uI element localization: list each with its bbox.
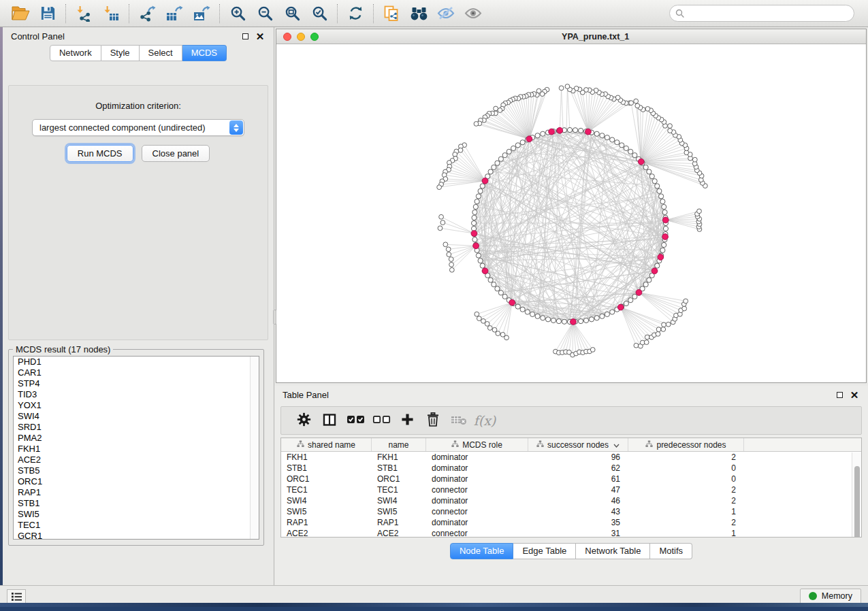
network-graph[interactable]	[276, 45, 863, 382]
splitter-handle[interactable]	[273, 310, 276, 325]
zoom-fit-button[interactable]	[278, 3, 306, 24]
table-close-button[interactable]: ✕	[849, 389, 860, 400]
import-network-icon	[76, 5, 93, 22]
column-header-shared-name[interactable]: shared name	[281, 438, 372, 451]
duplicate-network-button[interactable]	[378, 3, 405, 24]
result-item[interactable]: RAP1	[14, 487, 259, 498]
mcds-result-title: MCDS result (17 nodes)	[13, 344, 113, 354]
table-tab-network-table[interactable]: Network Table	[576, 543, 650, 559]
table-row[interactable]: STB1STB1dominator620	[281, 463, 861, 474]
table-panel-title: Table Panel	[283, 390, 830, 400]
float-panel-button[interactable]	[240, 31, 251, 42]
table-float-button[interactable]	[834, 389, 845, 400]
result-item[interactable]: TEC1	[14, 520, 259, 531]
search-box[interactable]	[669, 5, 854, 22]
control-panel: Control Panel ✕ NetworkStyleSelectMCDS O…	[3, 27, 274, 585]
desktop-background-strip	[0, 603, 868, 607]
export-table-button[interactable]	[161, 3, 188, 24]
result-item[interactable]: SWI5	[14, 509, 259, 520]
network-canvas[interactable]	[276, 45, 866, 382]
table-row[interactable]: SWI5SWI5connector431	[281, 506, 861, 517]
table-row[interactable]: ACE2ACE2connector311	[281, 528, 861, 538]
result-item[interactable]: SWI4	[14, 411, 259, 422]
result-item[interactable]: SRD1	[14, 422, 259, 433]
mcds-result-list[interactable]: PHD1CAR1STP4TID3YOX1SWI4SRD1PMA2FKH1ACE2…	[13, 356, 259, 540]
result-item[interactable]: FKH1	[14, 444, 259, 455]
cell-name: SWI5	[372, 506, 426, 517]
result-item[interactable]: PHD1	[14, 357, 259, 367]
result-item[interactable]: ORC1	[14, 476, 259, 487]
column-header-predecessor-nodes[interactable]: predecessor nodes	[628, 438, 744, 451]
result-item[interactable]: ACE2	[14, 455, 259, 465]
tab-select[interactable]: Select	[140, 45, 182, 61]
zoom-out-button[interactable]	[251, 3, 278, 24]
hide-selected-button[interactable]	[432, 3, 460, 24]
table-row[interactable]: ORC1ORC1dominator610	[281, 474, 861, 484]
table-tab-node-table[interactable]: Node Table	[450, 543, 514, 559]
cell-successor-nodes: 43	[528, 506, 628, 517]
result-item[interactable]: STB5	[14, 465, 259, 476]
cell-name: SWI4	[372, 495, 426, 506]
export-image-icon	[193, 5, 211, 22]
window-close-icon[interactable]	[283, 33, 291, 41]
find-button[interactable]	[405, 3, 432, 24]
column-header-name[interactable]: name	[372, 438, 426, 451]
result-item[interactable]: GCR1	[14, 531, 259, 540]
refresh-view-button[interactable]	[342, 3, 369, 24]
table-scrollbar-thumb[interactable]	[854, 466, 860, 538]
search-input[interactable]	[688, 8, 848, 18]
window-minimize-icon[interactable]	[297, 33, 305, 41]
select-all-checks-button[interactable]	[342, 409, 368, 432]
table-row[interactable]: SWI4SWI4dominator462	[281, 495, 861, 506]
optimization-criterion-select[interactable]: largest connected component (undirected)	[32, 119, 244, 136]
cell-successor-nodes: 61	[528, 474, 628, 484]
delete-column-button[interactable]	[420, 409, 446, 432]
result-list-scrollbar[interactable]	[250, 357, 259, 539]
cell-successor-nodes: 31	[528, 528, 628, 538]
table-row[interactable]: FKH1FKH1dominator962	[281, 452, 861, 463]
open-file-icon	[12, 5, 30, 21]
add-column-button[interactable]	[394, 409, 420, 432]
export-image-button[interactable]	[188, 3, 215, 24]
tab-mcds[interactable]: MCDS	[182, 45, 227, 61]
table-tab-motifs[interactable]: Motifs	[650, 543, 692, 559]
export-network-button[interactable]	[133, 3, 161, 24]
cell-MCDS-role: dominator	[426, 517, 528, 528]
save-session-button[interactable]	[34, 3, 61, 24]
zoom-selected-button[interactable]	[306, 3, 333, 24]
import-table-button[interactable]	[97, 3, 125, 24]
cell-shared-name: RAP1	[281, 517, 372, 528]
tab-style[interactable]: Style	[101, 45, 140, 61]
result-item[interactable]: STP4	[14, 378, 259, 389]
memory-button[interactable]: Memory	[800, 589, 861, 604]
close-mcds-panel-button[interactable]: Close panel	[142, 145, 210, 162]
main-toolbar	[0, 0, 868, 27]
column-header-successor-nodes[interactable]: successor nodes	[528, 438, 628, 451]
show-panels-button[interactable]	[7, 589, 26, 604]
result-item[interactable]: STB1	[14, 498, 259, 509]
zoom-in-button[interactable]	[224, 3, 251, 24]
table-tab-edge-table[interactable]: Edge Table	[513, 543, 576, 559]
network-window-titlebar[interactable]: YPA_prune.txt_1	[276, 29, 866, 44]
refresh-view-icon	[348, 5, 364, 21]
import-network-button[interactable]	[70, 3, 97, 24]
columns-button[interactable]	[317, 409, 342, 432]
cell-successor-nodes: 96	[528, 452, 628, 463]
table-row[interactable]: TEC1TEC1connector472	[281, 484, 861, 495]
result-item[interactable]: YOX1	[14, 400, 259, 411]
result-item[interactable]: TID3	[14, 389, 259, 400]
result-item[interactable]: CAR1	[14, 367, 259, 378]
settings-button[interactable]	[291, 409, 317, 432]
show-all-button[interactable]	[460, 3, 487, 24]
result-item[interactable]: PMA2	[14, 433, 259, 444]
run-mcds-button[interactable]: Run MCDS	[67, 145, 133, 162]
tab-network[interactable]: Network	[50, 45, 101, 61]
table-row[interactable]: RAP1RAP1dominator352	[281, 517, 861, 528]
close-panel-button[interactable]: ✕	[255, 31, 266, 42]
node-table[interactable]: shared namenameMCDS rolesuccessor nodesp…	[280, 437, 862, 538]
column-header-MCDS-role[interactable]: MCDS role	[426, 438, 528, 451]
open-file-button[interactable]	[7, 3, 34, 24]
window-zoom-icon[interactable]	[310, 33, 319, 41]
deselect-all-checks-button[interactable]	[368, 409, 394, 432]
table-scrollbar[interactable]	[852, 452, 861, 537]
